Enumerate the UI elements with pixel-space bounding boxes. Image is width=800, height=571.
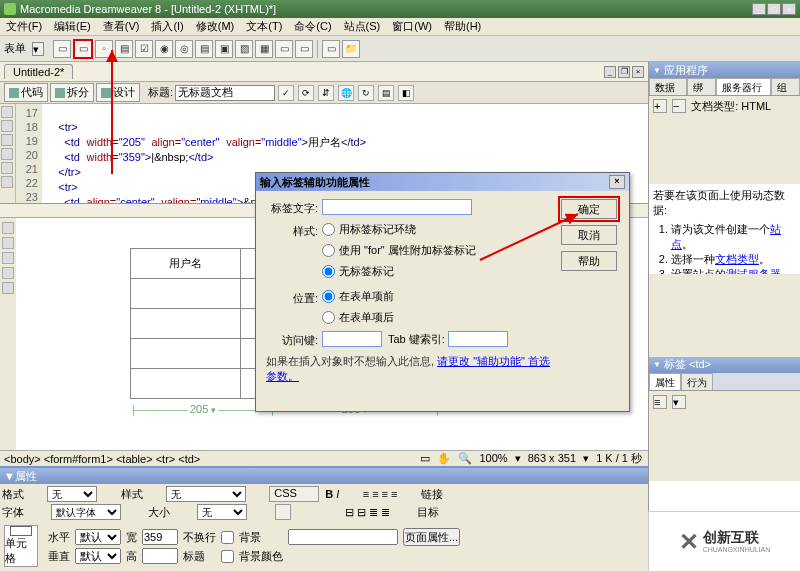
color-swatch[interactable]	[275, 504, 291, 520]
refresh-icon[interactable]: ↻	[358, 85, 374, 101]
title-input[interactable]	[175, 85, 275, 101]
browser-check-icon[interactable]: ⟳	[298, 85, 314, 101]
listmenu-icon[interactable]: ▤	[195, 40, 213, 58]
plus-icon[interactable]: +	[653, 99, 667, 113]
visual-aids-icon[interactable]: ◧	[398, 85, 414, 101]
ok-button[interactable]: 确定	[561, 199, 617, 219]
filefield-icon[interactable]: ▦	[255, 40, 273, 58]
accesskey-input[interactable]	[322, 331, 382, 347]
label-text-input[interactable]	[322, 199, 472, 215]
selection-tool-icon[interactable]: ▭	[420, 452, 430, 464]
menu-commands[interactable]: 命令(C)	[294, 19, 331, 34]
radio-pos-after[interactable]: 在表单项后	[322, 310, 559, 325]
document-tab[interactable]: Untitled-2*	[4, 64, 73, 79]
menu-window[interactable]: 窗口(W)	[392, 19, 432, 34]
help-button[interactable]: 帮助	[561, 251, 617, 271]
menu-view[interactable]: 查看(V)	[103, 19, 140, 34]
style-label: 样式:	[266, 222, 322, 239]
jumpmenu-icon[interactable]: ▣	[215, 40, 233, 58]
menu-insert[interactable]: 插入(I)	[151, 19, 183, 34]
radio-icon[interactable]: ◉	[155, 40, 173, 58]
cancel-button[interactable]: 取消	[561, 225, 617, 245]
tag-panel-header[interactable]: ▼标签 <td>	[649, 357, 800, 373]
width-input[interactable]	[142, 529, 178, 545]
tab-database[interactable]: 数据库	[649, 78, 687, 95]
menu-modify[interactable]: 修改(M)	[196, 19, 235, 34]
vert-select[interactable]: 默认	[75, 548, 121, 564]
doc-close-button[interactable]: ×	[632, 66, 644, 78]
checkbox-icon[interactable]: ☑	[135, 40, 153, 58]
tab-attributes[interactable]: 属性	[649, 373, 681, 390]
insert-category-dropdown[interactable]: ▾	[32, 42, 44, 56]
size-select[interactable]: 无	[197, 504, 247, 520]
tab-behaviors[interactable]: 行为	[681, 373, 713, 390]
tab-server-behaviors[interactable]: 服务器行为	[716, 78, 771, 95]
dialog-title-bar[interactable]: 输入标签辅助功能属性 ×	[256, 173, 629, 191]
tab-components[interactable]: 组件	[771, 78, 800, 95]
radio-style-wrap[interactable]: 用标签标记环绕	[322, 222, 559, 237]
app-panel-header[interactable]: ▼应用程序	[649, 62, 800, 78]
preview-icon[interactable]: 🌐	[338, 85, 354, 101]
tag-breadcrumb[interactable]: <body> <form#form1> <table> <tr> <td>	[4, 453, 418, 465]
menu-bar: 文件(F) 编辑(E) 查看(V) 插入(I) 修改(M) 文本(T) 命令(C…	[0, 18, 800, 36]
bg-input[interactable]	[288, 529, 398, 545]
hidden-field-icon[interactable]: ▫	[95, 40, 113, 58]
font-select[interactable]: 默认字体	[51, 504, 121, 520]
form-icon[interactable]: ▭	[53, 40, 71, 58]
doctype-link[interactable]: 文档类型	[715, 253, 759, 265]
menu-edit[interactable]: 编辑(E)	[54, 19, 91, 34]
tabindex-input[interactable]	[448, 331, 508, 347]
code-view-button[interactable]: 代码	[4, 83, 48, 102]
width-label: 宽	[126, 530, 137, 545]
zoom-value[interactable]: 100%	[479, 452, 507, 464]
validate-icon[interactable]: ✓	[278, 85, 294, 101]
hand-tool-icon[interactable]: ✋	[437, 452, 451, 464]
properties-panel: ▼属性 格式 无 样式 无 CSS B I ≡ ≡ ≡ ≡ 链接 字体	[0, 466, 648, 571]
menu-help[interactable]: 帮助(H)	[444, 19, 481, 34]
menu-site[interactable]: 站点(S)	[344, 19, 381, 34]
document-tab-bar: Untitled-2* _ ❐ ×	[0, 62, 648, 82]
fieldset-icon[interactable]: ▭	[322, 40, 340, 58]
imagefield-icon[interactable]: ▧	[235, 40, 253, 58]
minimize-button[interactable]: _	[752, 3, 766, 15]
tag-add-icon[interactable]: ≡	[653, 395, 667, 409]
radiogroup-icon[interactable]: ◎	[175, 40, 193, 58]
folder-icon[interactable]: 📁	[342, 40, 360, 58]
format-select[interactable]: 无	[47, 486, 97, 502]
header-checkbox[interactable]	[221, 550, 234, 563]
style-select[interactable]: 无	[166, 486, 246, 502]
horz-select[interactable]: 默认	[75, 529, 121, 545]
button-icon[interactable]: ▭	[275, 40, 293, 58]
textfield-icon[interactable]: ▭	[73, 39, 93, 59]
app-step-3: 设置站点的测试服务器。	[671, 267, 796, 274]
dialog-close-button[interactable]: ×	[609, 175, 625, 189]
window-dimensions[interactable]: 863 x 351	[528, 452, 576, 464]
cell-username-label[interactable]: 用户名	[131, 249, 241, 279]
file-mgmt-icon[interactable]: ⇵	[318, 85, 334, 101]
split-view-button[interactable]: 拆分	[50, 83, 94, 102]
doc-restore-button[interactable]: ❐	[618, 66, 630, 78]
close-button[interactable]: ×	[782, 3, 796, 15]
radio-style-for[interactable]: 使用 "for" 属性附加标签标记	[322, 243, 559, 258]
minus-icon[interactable]: −	[672, 99, 686, 113]
tab-bindings[interactable]: 绑定	[687, 78, 716, 95]
nowrap-checkbox[interactable]	[221, 531, 234, 544]
page-properties-button[interactable]: 页面属性...	[403, 528, 460, 546]
design-view-button[interactable]: 设计	[96, 83, 140, 102]
menu-file[interactable]: 文件(F)	[6, 19, 42, 34]
label-icon[interactable]: ▭	[295, 40, 313, 58]
radio-style-none[interactable]: 无标签标记	[322, 264, 559, 279]
properties-header[interactable]: ▼属性	[0, 468, 648, 484]
menu-text[interactable]: 文本(T)	[246, 19, 282, 34]
maximize-button[interactable]: □	[767, 3, 781, 15]
code-gutter	[0, 104, 16, 203]
view-options-icon[interactable]: ▤	[378, 85, 394, 101]
textarea-icon[interactable]: ▤	[115, 40, 133, 58]
doc-minimize-button[interactable]: _	[604, 66, 616, 78]
tag-opts-icon[interactable]: ▾	[672, 395, 686, 409]
status-bar: <body> <form#form1> <table> <tr> <td> ▭ …	[0, 450, 648, 466]
height-input[interactable]	[142, 548, 178, 564]
radio-pos-before[interactable]: 在表单项前	[322, 289, 559, 304]
css-button[interactable]: CSS	[269, 486, 319, 502]
zoom-tool-icon[interactable]: 🔍	[458, 452, 472, 464]
